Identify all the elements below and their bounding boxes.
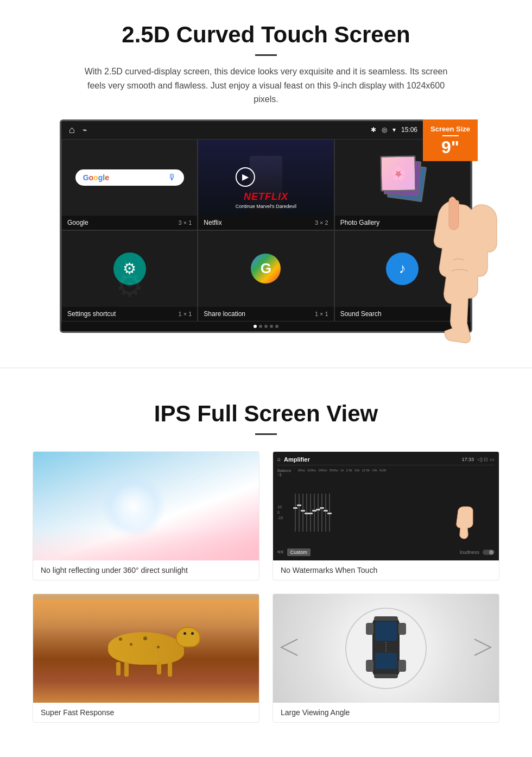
car-svg (364, 612, 408, 683)
amp-bottom-bar: << Custom loudness (277, 548, 495, 556)
app-cell-netflix[interactable]: ▶ NETFLIX Continue Marvel's Daredevil Ne… (198, 139, 334, 230)
pagination-dots (61, 321, 471, 331)
dot-1[interactable] (254, 325, 257, 328)
feature-car: Large Viewing Angle (273, 594, 499, 723)
title-divider (255, 54, 277, 56)
cheetah-head (176, 627, 200, 647)
freq-values: 60hz 100hz 200hz 500hz 1k 2.5k 10k 12.5k… (298, 469, 495, 477)
slider-1[interactable] (295, 494, 296, 532)
leg2 (124, 662, 129, 677)
dot-4[interactable] (270, 325, 273, 328)
google-search-bar[interactable]: Google 🎙 (75, 169, 184, 186)
amp-header: ⌂ Amplifier 17:33 ◁) ⊡ ▭ (277, 456, 495, 465)
device-screen: ⌂ ⌁ ✱ ◎ ▾ 15:06 ⊡ ◁) ⊠ ▭ (60, 119, 472, 333)
spot3 (143, 636, 147, 640)
amp-sliders-area: 100-10 (277, 479, 495, 546)
google-name: Google (67, 219, 88, 226)
dot-2[interactable] (259, 325, 262, 328)
app-cell-settings[interactable]: ⚙ ⚙ Settings shortcut 1 × 1 (61, 230, 198, 321)
netflix-label: Netflix 3 × 2 (198, 216, 333, 230)
spot1 (119, 638, 122, 641)
slider-6[interactable] (314, 494, 315, 532)
slider-4[interactable] (306, 494, 307, 532)
sky-image (33, 452, 259, 560)
slider-9[interactable] (325, 494, 326, 532)
svg-rect-1 (375, 622, 397, 641)
bluetooth-icon: ✱ (371, 126, 376, 134)
angle-arrow-right (472, 636, 493, 660)
slider-7[interactable] (318, 494, 319, 532)
section1-title: 2.5D Curved Touch Screen (33, 22, 499, 48)
cheetah-image (33, 594, 259, 703)
google-logo: Google (83, 173, 109, 182)
settings-size: 1 × 1 (179, 311, 192, 317)
share-label: Share location 1 × 1 (198, 307, 333, 321)
google-maps-icon: G (251, 254, 281, 283)
cheetah-torso (108, 632, 184, 665)
share-size: 1 × 1 (315, 311, 328, 317)
sound-size: 1 × 1 (451, 311, 465, 317)
slider-2[interactable] (299, 494, 300, 532)
svg-rect-2 (375, 653, 397, 669)
amplifier-image: ⌂ Amplifier 17:33 ◁) ⊡ ▭ Balance◁) 60hz … (273, 452, 499, 560)
share-preview: G (198, 231, 333, 307)
svg-rect-4 (374, 674, 398, 678)
netflix-overlay: ▶ NETFLIX Continue Marvel's Daredevil (236, 167, 296, 209)
netflix-play-btn[interactable]: ▶ (236, 167, 255, 187)
status-left: ⌂ ⌁ (69, 124, 87, 136)
amp-custom-btn[interactable]: Custom (287, 548, 311, 556)
settings-label: Settings shortcut 1 × 1 (62, 307, 197, 321)
status-bar: ⌂ ⌁ ✱ ◎ ▾ 15:06 ⊡ ◁) ⊠ ▭ (61, 121, 471, 139)
amp-icons: ◁) ⊡ ▭ (477, 457, 495, 462)
usb-icon: ⌁ (83, 125, 87, 134)
dot-3[interactable] (264, 325, 268, 328)
svg-rect-8 (398, 660, 406, 672)
section2-divider (255, 433, 277, 435)
badge-size: 9" (441, 137, 459, 157)
share-name: Share location (204, 310, 245, 318)
amp-title: Amplifier (284, 456, 310, 463)
svg-rect-7 (398, 623, 406, 635)
feature-sunlight: No light reflecting under 360° direct su… (33, 451, 259, 581)
photo-name: Photo Gallery (340, 219, 380, 226)
section-divider-hr (0, 368, 532, 368)
settings-preview: ⚙ ⚙ (62, 231, 197, 307)
netflix-name: Netflix (204, 219, 221, 226)
app-cell-sound[interactable]: ♪ Sound Search 1 × 1 (334, 230, 471, 321)
home-icon[interactable]: ⌂ (69, 124, 75, 136)
amp-back-btn[interactable]: << (277, 549, 284, 555)
slider-3[interactable] (302, 494, 303, 532)
netflix-logo: NETFLIX (236, 191, 296, 203)
feature-grid: No light reflecting under 360° direct su… (33, 451, 499, 723)
google-label: Google 3 × 1 (62, 216, 197, 230)
settings-name: Settings shortcut (67, 310, 116, 318)
slider-5[interactable] (310, 494, 311, 532)
freq-labels: Balance◁) 60hz 100hz 200hz 500hz 1k 2.5k… (277, 469, 495, 477)
leg1 (116, 662, 121, 676)
app-cell-share[interactable]: G Share location 1 × 1 (198, 230, 334, 321)
amp-loudness-toggle[interactable] (483, 550, 495, 555)
car-image (273, 594, 499, 703)
screen-size-badge: Screen Size 9" (423, 119, 478, 161)
feature-watermark: ⌂ Amplifier 17:33 ◁) ⊡ ▭ Balance◁) 60hz … (273, 451, 499, 581)
amp-loudness-label: loudness (460, 550, 479, 555)
cheetah-eye2 (191, 632, 194, 635)
slider-10[interactable] (329, 494, 330, 532)
device-container: Screen Size 9" ⌂ ⌁ ✱ ◎ ▾ 15:06 ⊡ ◁) ⊠ (60, 119, 472, 333)
netflix-size: 3 × 2 (315, 219, 328, 226)
dot-5[interactable] (275, 325, 278, 328)
google-size: 3 × 1 (179, 219, 192, 226)
status-time: 15:06 (401, 126, 417, 134)
section-ips: IPS Full Screen View No light reflecting… (0, 390, 532, 745)
amp-home-icon: ⌂ (277, 456, 281, 462)
settings-bg-icon: ⚙ (115, 266, 144, 304)
sound-preview: ♪ (335, 231, 470, 307)
photo-label: Photo Gallery 2 × 2 (335, 216, 470, 230)
sound-label: Sound Search 1 × 1 (335, 307, 470, 321)
slider-8[interactable] (321, 494, 322, 532)
cheetah-body (108, 632, 184, 665)
app-cell-google[interactable]: Google 🎙 Google 3 × 1 (61, 139, 198, 230)
svg-rect-6 (366, 660, 373, 672)
sky-gradient (33, 600, 259, 632)
car-caption: Large Viewing Angle (273, 703, 499, 722)
